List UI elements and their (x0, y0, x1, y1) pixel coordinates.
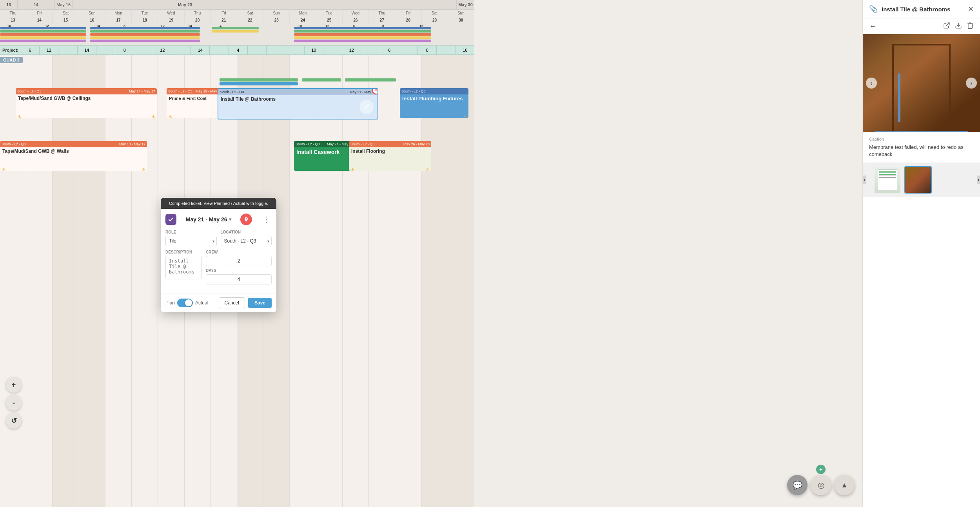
col-sun (79, 55, 105, 507)
date-29: 29 (422, 17, 448, 24)
project-label: Project: (0, 48, 21, 53)
save-btn[interactable]: Save (248, 298, 272, 308)
task-location-2: South - L2 - Q3 (168, 89, 192, 93)
bar-num-4: 4 (220, 24, 221, 28)
warning-left-5: ⚠ (1, 167, 6, 171)
task-title-6: Install Casework (296, 148, 352, 156)
proj-empty-6 (248, 45, 267, 55)
bar-yellow-4 (294, 36, 431, 39)
proj-empty-7 (267, 45, 285, 55)
days-group: DAYS (206, 268, 272, 284)
bar-num-14-2: 14 (188, 24, 192, 28)
week-num-13: 13 (0, 0, 18, 9)
panel-header: 📎 Install Tile @ Bathrooms ✕ (863, 0, 980, 18)
bar-num-12-3: 12 (325, 24, 329, 28)
bar-orange-4 (294, 33, 431, 36)
bar-purple-2 (90, 40, 200, 42)
popup-checkbox[interactable] (165, 214, 176, 225)
date-18: 18 (132, 17, 158, 24)
panel-export-btn[interactable] (943, 22, 950, 31)
caption-label: Caption (869, 137, 974, 141)
panel-delete-btn[interactable] (967, 22, 974, 31)
date-30: 30 (448, 17, 474, 24)
task-location-5: South - L2 - Q3 (2, 142, 26, 146)
day-name-row: Thu Fri Sat Sun Mon Tue Wed Thu Fri Sat … (0, 10, 474, 17)
task-tape-mud-walls[interactable]: South - L2 - Q3 May 13 - May 17 Tape/Mud… (0, 141, 147, 171)
proj-num-14-2: 14 (191, 45, 210, 55)
actual-label: Actual (195, 300, 208, 306)
day-sun1: Sun (79, 10, 105, 17)
proj-num-4: 4 (229, 45, 248, 55)
scroll-up-btn[interactable]: ▲ (834, 475, 855, 495)
proj-num-10: 10 (305, 45, 323, 55)
task-tape-mud-ceiling[interactable]: South - L2 - Q3 May 14 - May 17 Tape/Mud… (16, 88, 157, 118)
bar-yellow-1 (0, 36, 86, 39)
week-may23: May 23 (176, 0, 194, 9)
task-title-5: Tape/Mud/Sand GWB @ Walls (2, 148, 145, 155)
day-fri1: Fri (26, 10, 53, 17)
panel-prev-img-btn[interactable]: ‹ (866, 78, 877, 89)
proj-empty-1 (58, 45, 77, 55)
warning-right-1: ⚠ (151, 114, 156, 118)
task-install-plumbing[interactable]: South - L2 - Q3 Install Plumbing Fixture… (400, 88, 468, 118)
days-input[interactable] (206, 274, 272, 284)
proj-num-14: 14 (78, 45, 96, 55)
thumb-scroll-right[interactable]: › (977, 176, 980, 184)
task-install-flooring[interactable]: South - L2 - Q3 May 26 - May 28 Install … (349, 141, 431, 171)
chat-btn[interactable]: 💬 (787, 475, 808, 495)
crew-input[interactable] (206, 256, 272, 266)
bar-num-8-1: 8 (123, 24, 125, 28)
svg-line-0 (946, 23, 949, 26)
zoom-out-btn[interactable]: - (6, 395, 22, 411)
location-select[interactable]: South - L2 - Q3 (221, 236, 272, 246)
popup-pin-btn[interactable] (240, 214, 252, 225)
panel-image: ‹ › (863, 34, 980, 132)
warning-left-7: ⚠ (350, 167, 355, 171)
popup-dropdown-arrow[interactable]: ▾ (229, 217, 231, 222)
thumbnail-photo[interactable] (904, 166, 932, 194)
week-may30: May 30 (457, 0, 474, 9)
description-group: DESCRIPTION (165, 250, 202, 284)
description-textarea[interactable] (165, 256, 202, 279)
col-thu3 (369, 55, 395, 507)
popup-footer: Plan Actual Cancel Save (161, 293, 276, 312)
task-title-3: Install Tile @ Bathrooms (221, 96, 375, 103)
date-28: 28 (395, 17, 421, 24)
zoom-in-btn[interactable]: + (6, 377, 22, 393)
project-row: Project: 6 12 14 8 12 14 4 10 12 6 8 16 (0, 45, 474, 55)
quad-label: QUAD 3 (0, 57, 23, 63)
popup-more-btn[interactable]: ⋮ (261, 215, 272, 224)
bar-green-3 (212, 27, 259, 29)
task-install-casework[interactable]: South - L2 - Q3 May 24 - May 25 Install … (294, 141, 355, 171)
role-select[interactable]: Tile (165, 236, 217, 246)
col-thu (0, 55, 26, 507)
panel-next-img-btn[interactable]: › (966, 78, 977, 89)
proj-num-16: 16 (456, 45, 474, 55)
date-21: 21 (211, 17, 237, 24)
task-install-tile[interactable]: South - L2 - Q3 May 21 - May 26 Install … (218, 88, 378, 120)
bar-orange-1 (0, 33, 86, 36)
panel-content: Caption Membrane test failed, will need … (863, 132, 980, 163)
panel-back-btn[interactable]: ← (869, 22, 877, 31)
week-span2 (194, 0, 457, 9)
thumbnail-doc[interactable] (874, 166, 901, 194)
refresh-btn[interactable]: ↺ (6, 413, 22, 429)
col-sat (53, 55, 79, 507)
task-title-7: Install Flooring (351, 148, 429, 155)
thumb-scroll-left[interactable]: ‹ (863, 176, 866, 184)
mini-add-btn[interactable]: + (816, 465, 826, 474)
day-mon2: Mon (290, 10, 316, 17)
bar-purple-4 (294, 40, 431, 42)
panel-download-btn[interactable] (955, 22, 962, 31)
cancel-btn[interactable]: Cancel (219, 297, 245, 308)
warning-left-1: ⚠ (16, 114, 22, 118)
proj-num-6: 6 (21, 45, 40, 55)
panel-close-btn[interactable]: ✕ (968, 5, 974, 13)
compass-btn[interactable]: ◎ (811, 475, 831, 495)
green-bar-3 (345, 78, 396, 81)
toggle-switch[interactable] (177, 299, 193, 307)
task-prime-first-coat[interactable]: South - L2 - Q3 May 19 - May 20 Prime & … (167, 88, 223, 118)
bar-num-12: 12 (45, 24, 49, 28)
col-sat3 (422, 55, 448, 507)
date-26: 26 (343, 17, 369, 24)
